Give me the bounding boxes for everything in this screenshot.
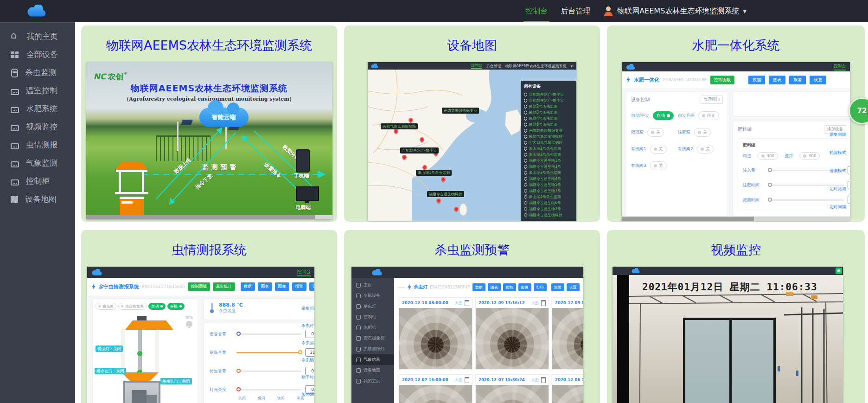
embedded-nav-admin[interactable]: 后台管理 [486, 64, 501, 69]
sidebar-item-fertigation[interactable]: 水肥系统 [0, 100, 75, 118]
insect-warning-preview[interactable]: 主页 全部设备 杀虫灯 控制柜 水肥机 萤石摄像机 虫情测报灯 气象信息 设备地… [351, 267, 583, 403]
sidebar-item-weather[interactable]: 气象监测 [0, 154, 75, 172]
settings-button[interactable]: 设置 [309, 282, 314, 291]
settings-button[interactable]: 设置 [567, 283, 580, 291]
data-button[interactable]: 数据 [472, 283, 485, 291]
sidebar-item-greenhouse[interactable]: 温室控制 [0, 82, 75, 100]
device-list-item[interactable]: 合肥慧星水产-蟹小宝 [524, 97, 574, 103]
embedded-sidebar-item[interactable]: 我的主页 [351, 376, 394, 386]
device-list-item[interactable]: 象山湖1号杀虫监测 [524, 146, 574, 152]
video-monitor-preview[interactable]: e [613, 267, 843, 403]
pest-report-preview[interactable]: 控制台 乡宁虫情测报系统 8947161D71835606 控制面板 真实统计 … [87, 267, 314, 403]
device-map-preview[interactable]: 控制台 后台管理 物联网AEEMS农林生态环境监测系统 ▼ [368, 62, 576, 221]
device-list-item[interactable]: 民勤4号杀虫监测 [524, 115, 574, 122]
toggle-on[interactable]: 自动 [148, 303, 166, 310]
toggle-off[interactable]: 语音报警关 [118, 303, 147, 310]
data-button[interactable]: 数据 [748, 76, 765, 84]
data-button[interactable]: 数据 [241, 282, 255, 291]
embedded-nav-console[interactable]: 控制台 [297, 269, 311, 276]
toggle-off[interactable]: 300 [799, 152, 820, 160]
device-list-item[interactable]: 福建今古通生物1号 [524, 158, 574, 164]
capture-card[interactable]: 2020-12-09 08:00:00大图 [552, 297, 583, 370]
diagram-label[interactable]: 排水仓门：关闭 [95, 368, 126, 374]
capture-card[interactable]: 2020-12-06 16:00:00大图 [552, 374, 583, 403]
sidebar-item-device-map[interactable]: 设备地图 [0, 190, 75, 208]
capture-card[interactable]: 2020-12-09 13:16:12大图 [475, 297, 549, 370]
image-button[interactable]: 图像 [275, 282, 289, 291]
diagram-label[interactable]: 杀虫仓门：关闭 [160, 378, 192, 384]
toggle-off[interactable]: 关 [647, 128, 664, 137]
capture-card[interactable]: 2020-12-07 15:30:24大图 [475, 374, 549, 403]
capture-photo[interactable] [476, 385, 549, 403]
stats-button[interactable]: 真实统计 [213, 282, 235, 291]
slider-value[interactable]: 0 [848, 196, 850, 204]
device-list-item[interactable]: 民勤3号杀虫监测 [524, 109, 574, 115]
embedded-sidebar-item[interactable]: 虫情测报灯 [351, 344, 394, 354]
device-list-item[interactable]: 福建今古通生物2号 [524, 206, 574, 212]
alarm-bell[interactable]: 警报 [185, 315, 193, 326]
sidebar-item-pest-report[interactable]: 虫情测报 [0, 136, 75, 154]
slider[interactable] [236, 389, 301, 390]
device-list-item[interactable]: 象山湖4号杀虫监测 [524, 194, 574, 200]
toggle-off[interactable]: 关 [697, 145, 714, 154]
settings-button[interactable]: 设置 [810, 76, 826, 84]
capture-card[interactable]: 2020-12-10 08:00:00大图 [399, 297, 472, 370]
fertigation-preview[interactable]: 控制台 水肥一体化 858A9FB514CD1C8E 控制面板 数据 图表 报警… [622, 62, 850, 221]
device-list-item[interactable]: 民勤2号杀虫监测 [524, 103, 574, 109]
capture-photo[interactable] [399, 308, 472, 369]
device-list-item[interactable]: 民勤6号杀虫监测 [524, 122, 574, 128]
control-panel-button[interactable]: 控制面板 [710, 76, 734, 84]
device-list-item[interactable]: 象山湖3号杀虫监测 [524, 170, 574, 176]
capture-photo[interactable] [399, 385, 472, 403]
embedded-nav-console[interactable]: 控制台 [471, 63, 482, 69]
device-list-item[interactable]: 合肥慧星水产-蟹小宝 [524, 91, 574, 97]
horizontal-scrollbar[interactable] [86, 215, 332, 219]
chart-button[interactable]: 图表 [258, 282, 272, 291]
monitor-system-preview[interactable]: NC农创® 物联网AEEMS农林生态环境监测系统 （Agroforestry e… [86, 62, 332, 219]
device-list-item[interactable]: 福建今古通生物7号 [524, 188, 574, 194]
map-canvas[interactable]: 南农慧果园植保专业 民勤气象监测预报站 合肥慧星水产-蟹小宝 象山湖1号杀虫监测… [368, 70, 576, 221]
alarm-button[interactable]: 报警 [789, 76, 806, 84]
delete-icon[interactable] [541, 300, 546, 306]
device-list-item[interactable]: 福建今古通生物3号 [524, 164, 574, 170]
manage-valves-button[interactable]: 管理阀门 [701, 96, 723, 104]
device-list-item[interactable]: 象山湖2号杀虫监测 [524, 152, 574, 158]
delete-icon[interactable] [541, 377, 546, 383]
view-large-link[interactable]: 大图 [531, 301, 539, 306]
toggle-on[interactable]: 开机 [167, 303, 185, 310]
account-menu[interactable]: 物联网AEEMS农林生态环境监测系统 ▼ [603, 6, 747, 16]
embedded-sidebar-item[interactable]: 杀虫灯 [351, 301, 394, 312]
delete-icon[interactable] [465, 300, 469, 306]
view-large-link[interactable]: 大图 [531, 377, 539, 383]
alarm-button[interactable]: 报警 [292, 282, 306, 291]
capture-photo[interactable] [552, 385, 583, 403]
device-list-item[interactable]: 南农慧果园植保专业 [524, 128, 574, 134]
slider[interactable] [236, 352, 301, 353]
embedded-sidebar-item[interactable]: 萤石摄像机 [351, 333, 394, 344]
embedded-sidebar-item[interactable]: 设备地图 [351, 365, 394, 376]
toggle-off[interactable]: 驱鸟关 [96, 303, 116, 310]
device-list-item[interactable]: 宁大日光气象监测站 [524, 140, 574, 146]
view-large-link[interactable]: 大图 [455, 377, 462, 383]
slider-value[interactable]: 0 [848, 181, 850, 189]
sidebar-item-home[interactable]: 我的主页 [0, 27, 75, 45]
diagram-label[interactable]: 诱虫灯：关闭 [96, 345, 123, 352]
device-list-item[interactable]: 福建今古通生物4号 [524, 176, 574, 182]
embedded-sidebar-item[interactable]: 控制柜 [351, 312, 394, 322]
control-button[interactable]: 控制 [503, 283, 516, 291]
view-large-link[interactable]: 大图 [455, 301, 462, 306]
toggle-off[interactable]: 关 [694, 128, 711, 137]
embedded-sidebar-item-active[interactable]: 气象信息 [351, 354, 394, 365]
print-button[interactable]: 打印 [534, 283, 547, 291]
embedded-nav-console[interactable]: 控制台 [834, 63, 846, 70]
sidebar-item-all-devices[interactable]: 全部设备 [0, 45, 75, 64]
image-button[interactable]: 图像 [518, 283, 531, 291]
capture-photo[interactable] [552, 308, 583, 369]
slider[interactable] [236, 333, 301, 335]
capture-photo[interactable] [476, 308, 549, 369]
embedded-sidebar-item[interactable]: 水肥机 [351, 322, 394, 333]
slider[interactable] [236, 371, 301, 372]
device-list-item[interactable]: 福建今古通生物5号 [524, 182, 574, 188]
device-list-item[interactable]: 民勤气象监测预报站 [524, 134, 574, 140]
embedded-sidebar-item[interactable]: 主页 [351, 280, 394, 290]
